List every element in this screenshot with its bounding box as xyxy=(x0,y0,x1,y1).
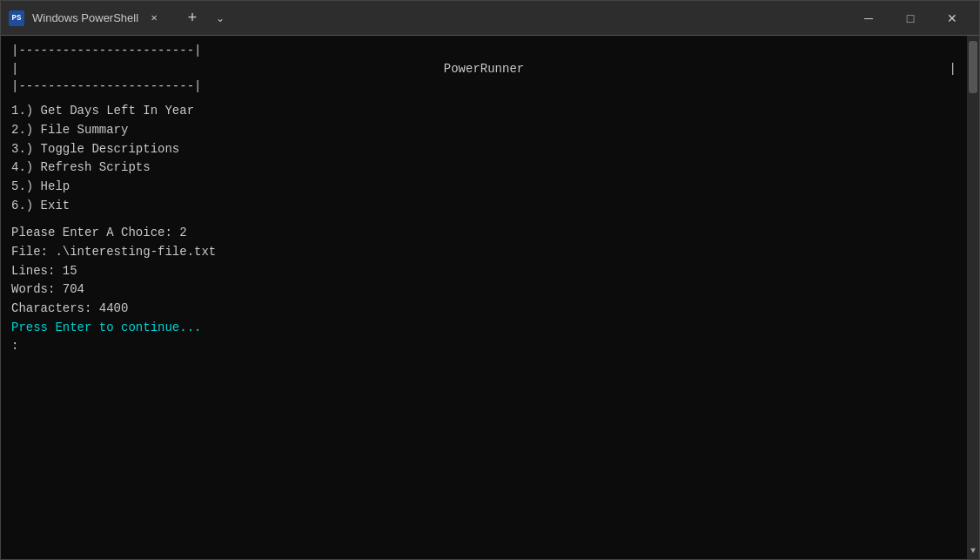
lines-output: Lines: 15 xyxy=(11,262,957,281)
scrollbar-down-arrow[interactable]: ▼ xyxy=(970,546,976,556)
title-bar-left: PS Windows PowerShell ✕ + ⌄ xyxy=(8,6,232,30)
minimize-button[interactable]: ─ xyxy=(849,4,889,32)
tab-close-button[interactable]: ✕ xyxy=(145,10,163,27)
menu-list: 1.) Get Days Left In Year 2.) File Summa… xyxy=(11,102,957,215)
window-controls: ─ □ ✕ xyxy=(849,4,972,32)
press-enter-prompt: Press Enter to continue... xyxy=(11,319,957,338)
menu-item-3: 3.) Toggle Descriptions xyxy=(11,140,957,159)
banner-bottom-border: |------------------------| xyxy=(11,78,957,96)
ps-logo: PS xyxy=(9,10,24,26)
banner-container: |------------------------| | PowerRunner… xyxy=(11,43,957,95)
output-block: Please Enter A Choice: 2 File: .\interes… xyxy=(11,224,957,356)
title-bar: PS Windows PowerShell ✕ + ⌄ ─ □ ✕ xyxy=(1,1,979,36)
maximize-button[interactable]: □ xyxy=(890,4,930,32)
banner-middle-row: | PowerRunner | xyxy=(11,60,957,78)
close-button[interactable]: ✕ xyxy=(932,4,972,32)
tab-dropdown-button[interactable]: ⌄ xyxy=(208,6,232,30)
menu-item-5: 5.) Help xyxy=(11,178,957,197)
banner-top-border: |------------------------| xyxy=(11,43,957,60)
powershell-icon: PS xyxy=(8,10,25,27)
scrollbar-thumb[interactable] xyxy=(969,41,977,93)
banner-title: PowerRunner xyxy=(18,60,949,78)
chars-output: Characters: 4400 xyxy=(11,300,957,319)
menu-item-6: 6.) Exit xyxy=(11,197,957,216)
menu-item-1: 1.) Get Days Left In Year xyxy=(11,102,957,121)
choice-output: Please Enter A Choice: 2 xyxy=(11,224,957,243)
window: PS Windows PowerShell ✕ + ⌄ ─ □ ✕ |-----… xyxy=(0,0,980,560)
scrollbar[interactable]: ▼ xyxy=(967,36,979,559)
cursor-prompt: : xyxy=(11,337,957,356)
window-title: Windows PowerShell xyxy=(32,11,138,24)
menu-item-2: 2.) File Summary xyxy=(11,121,957,140)
tab-area: + ⌄ xyxy=(180,6,232,30)
file-output: File: .\interesting-file.txt xyxy=(11,243,957,262)
terminal-content[interactable]: |------------------------| | PowerRunner… xyxy=(1,36,967,559)
menu-item-4: 4.) Refresh Scripts xyxy=(11,159,957,178)
new-tab-button[interactable]: + xyxy=(180,6,205,30)
words-output: Words: 704 xyxy=(11,280,957,300)
terminal-body: |------------------------| | PowerRunner… xyxy=(1,36,979,559)
banner-side-right: | xyxy=(950,60,957,78)
banner-side-left: | xyxy=(11,60,18,78)
